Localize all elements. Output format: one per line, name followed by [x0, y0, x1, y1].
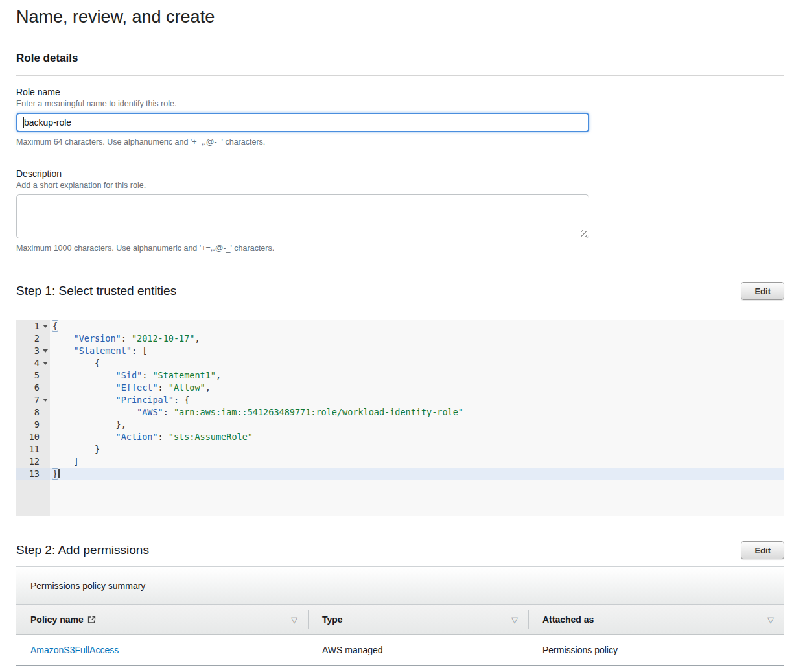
column-header-label: Attached as: [542, 614, 594, 625]
code-text: }: [50, 468, 784, 480]
policy-name-link[interactable]: AmazonS3FullAccess: [30, 645, 119, 655]
code-text: "Principal": {: [50, 394, 784, 406]
column-header-attached-as: Attached as▽: [528, 605, 784, 634]
line-number: 8: [16, 406, 50, 419]
trust-policy-json-editor[interactable]: 1{2 "Version": "2012-10-17",3 "Statement…: [16, 320, 784, 516]
code-line-5[interactable]: 5 "Sid": "Statement1",: [16, 369, 784, 382]
cell-policy-name: AmazonS3FullAccess: [16, 635, 308, 665]
code-line-3[interactable]: 3 "Statement": [: [16, 345, 784, 357]
code-text: ]: [50, 456, 784, 468]
role-name-help: Enter a meaningful name to identify this…: [16, 98, 784, 110]
code-text: "Effect": "Allow",: [50, 382, 784, 394]
code-text: "Sid": "Statement1",: [50, 369, 784, 382]
line-number: 9: [16, 419, 50, 431]
role-name-label: Role name: [16, 86, 784, 98]
cell-type: AWS managed: [308, 635, 528, 665]
code-line-2[interactable]: 2 "Version": "2012-10-17",: [16, 332, 784, 345]
code-line-1[interactable]: 1{: [16, 320, 784, 332]
fold-arrow-icon[interactable]: [43, 362, 48, 365]
description-field: Description Add a short explanation for …: [16, 168, 784, 253]
code-text: "AWS": "arn:aws:iam::541263489771:role/w…: [50, 406, 784, 419]
code-line-13[interactable]: 13}: [16, 468, 784, 480]
step1-header-row: Step 1: Select trusted entities Edit: [16, 282, 784, 300]
role-name-input[interactable]: [16, 113, 589, 132]
step1-heading: Step 1: Select trusted entities: [16, 282, 176, 300]
code-text: {: [50, 320, 784, 332]
table-body: AmazonS3FullAccessAWS managedPermissions…: [16, 635, 784, 666]
description-help: Add a short explanation for this role.: [16, 180, 784, 191]
code-line-6[interactable]: 6 "Effect": "Allow",: [16, 382, 784, 394]
fold-arrow-icon[interactable]: [43, 399, 48, 402]
line-number: 6: [16, 382, 50, 394]
column-header-type: Type▽: [308, 605, 528, 634]
role-name-field: Role name Enter a meaningful name to ide…: [16, 86, 784, 147]
external-link-icon: [88, 616, 96, 624]
code-line-10[interactable]: 10 "Action": "sts:AssumeRole": [16, 431, 784, 443]
permissions-panel-title: Permissions policy summary: [30, 581, 145, 591]
fold-arrow-icon[interactable]: [43, 325, 48, 328]
code-line-8[interactable]: 8 "AWS": "arn:aws:iam::541263489771:role…: [16, 406, 784, 419]
filter-dropdown-icon[interactable]: ▽: [511, 616, 518, 624]
column-header-policy-name: Policy name▽: [16, 605, 308, 634]
page-title: Name, review, and create: [16, 5, 784, 29]
table-header-row: Policy name▽Type▽Attached as▽: [16, 605, 784, 635]
line-number: 4: [16, 357, 50, 369]
code-text: }: [50, 443, 784, 456]
code-text: "Action": "sts:AssumeRole": [50, 431, 784, 443]
editor-caret: [58, 469, 60, 478]
line-number: 13: [16, 468, 50, 480]
line-number: 7: [16, 394, 50, 406]
line-number: 3: [16, 345, 50, 357]
step2-header-row: Step 2: Add permissions Edit: [16, 541, 784, 559]
code-line-7[interactable]: 7 "Principal": {: [16, 394, 784, 406]
text-caret: [23, 117, 24, 128]
filter-dropdown-icon[interactable]: ▽: [767, 616, 774, 624]
name-review-create-page: Name, review, and create Role details Ro…: [0, 0, 805, 672]
description-hint: Maximum 1000 characters. Use alphanumeri…: [16, 243, 784, 253]
step2-edit-button[interactable]: Edit: [741, 541, 784, 559]
code-text: "Statement": [: [50, 345, 784, 357]
line-number: 12: [16, 456, 50, 468]
divider: [16, 75, 784, 76]
column-header-label: Policy name: [30, 614, 84, 625]
column-header-label: Type: [322, 614, 343, 625]
line-number: 1: [16, 320, 50, 332]
code-line-4[interactable]: 4 {: [16, 357, 784, 369]
code-line-11[interactable]: 11 }: [16, 443, 784, 456]
fold-arrow-icon[interactable]: [43, 349, 48, 353]
permissions-table: Policy name▽Type▽Attached as▽ AmazonS3Fu…: [16, 605, 784, 666]
step1-edit-button[interactable]: Edit: [741, 282, 784, 300]
description-textarea-wrap: [16, 194, 589, 238]
role-details-heading: Role details: [16, 52, 784, 65]
line-number: 5: [16, 369, 50, 382]
line-number: 10: [16, 431, 50, 443]
description-label: Description: [16, 168, 784, 180]
line-number: 11: [16, 443, 50, 456]
code-line-12[interactable]: 12 ]: [16, 456, 784, 468]
step2-heading: Step 2: Add permissions: [16, 541, 149, 559]
code-text: {: [50, 357, 784, 369]
cell-attached-as: Permissions policy: [528, 635, 784, 665]
code-text: },: [50, 419, 784, 431]
role-name-hint: Maximum 64 characters. Use alphanumeric …: [16, 137, 784, 147]
line-number: 2: [16, 332, 50, 345]
code-lines: 1{2 "Version": "2012-10-17",3 "Statement…: [16, 320, 784, 480]
role-name-input-wrap: [16, 113, 589, 132]
code-line-9[interactable]: 9 },: [16, 419, 784, 431]
description-textarea[interactable]: [16, 194, 589, 238]
filter-dropdown-icon[interactable]: ▽: [291, 616, 298, 624]
permissions-summary-panel: Permissions policy summary: [16, 566, 784, 605]
code-text: "Version": "2012-10-17",: [50, 332, 784, 345]
table-row: AmazonS3FullAccessAWS managedPermissions…: [16, 635, 784, 666]
